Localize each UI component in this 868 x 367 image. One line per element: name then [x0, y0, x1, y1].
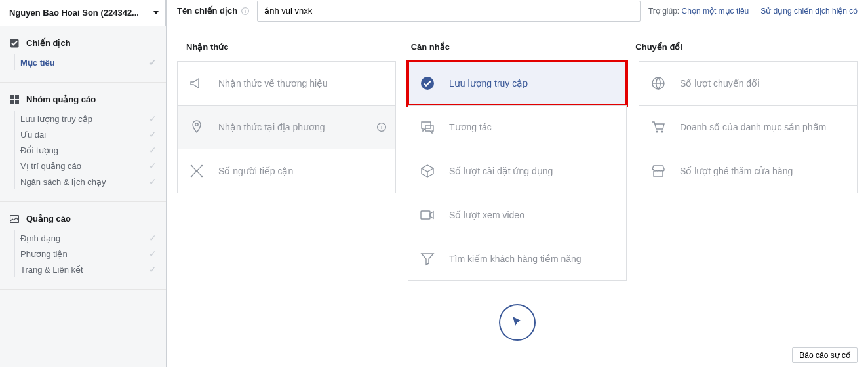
sidebar-item-label: Ưu đãi [20, 130, 46, 140]
check-icon: ✓ [149, 161, 157, 171]
campaign-name-input[interactable] [257, 1, 641, 22]
check-icon: ✓ [149, 248, 157, 259]
col-header-conversion: Chuyển đổi [635, 42, 848, 52]
topbar: Tên chiến dịch i Trợ giúp: Chọn một mục … [167, 0, 868, 22]
sidebar-item-page-links[interactable]: Trang & Liên kết ✓ [20, 261, 166, 277]
sidebar-item-label: Phương tiện [20, 249, 68, 259]
sidebar-item-traffic[interactable]: Lưu lượng truy cập ✓ [20, 111, 166, 126]
sidebar-item-label: Định dạng [20, 233, 60, 243]
nav-group-campaign: Chiến dịch Mục tiêu ✓ [0, 26, 166, 83]
chevron-down-icon [153, 11, 159, 14]
objective-card-video-views[interactable]: Số lượt xem video [408, 193, 627, 237]
chat-icon [418, 117, 437, 137]
nav-head-ad[interactable]: Quảng cáo [0, 214, 166, 230]
campaign-name-label-text: Tên chiến dịch [177, 6, 237, 16]
card-label: Số lượt cài đặt ứng dụng [449, 166, 553, 176]
card-label: Tìm kiếm khách hàng tiềm năng [449, 254, 582, 264]
cursor-click-icon [499, 304, 536, 341]
megaphone-icon [187, 73, 207, 93]
main-panel: Tên chiến dịch i Trợ giúp: Chọn một mục … [167, 0, 868, 367]
nav-group-adset: Nhóm quảng cáo Lưu lượng truy cập ✓ Ưu đ… [0, 83, 166, 202]
funnel-icon [418, 249, 437, 269]
card-label: Số lượt xem video [449, 210, 524, 220]
report-bug-button[interactable]: Báo cáo sự cố [792, 347, 858, 363]
card-label: Tương tác [449, 122, 492, 132]
svg-point-8 [195, 123, 198, 126]
nav-head-label: Nhóm quảng cáo [26, 94, 96, 104]
objective-card-store-visits[interactable]: Số lượt ghé thăm cửa hàng [639, 149, 858, 193]
check-icon: ✓ [149, 129, 157, 140]
sidebar-item-objective[interactable]: Mục tiêu ✓ [20, 54, 166, 70]
objective-card-reach[interactable]: Số người tiếp cận [177, 149, 396, 193]
check-icon: ✓ [149, 233, 157, 243]
check-circle-icon [418, 73, 437, 93]
objective-card-conversions[interactable]: Số lượt chuyển đổi [639, 61, 858, 106]
nav-head-adset[interactable]: Nhóm quảng cáo [0, 94, 166, 111]
nav-head-campaign[interactable]: Chiến dịch [0, 38, 166, 54]
card-label: Số lượt ghé thăm cửa hàng [680, 166, 793, 176]
objective-card-app-installs[interactable]: Số lượt cài đặt ứng dụng [408, 149, 627, 193]
box-icon [418, 161, 437, 181]
card-label: Số người tiếp cận [218, 166, 293, 176]
account-selector[interactable]: Nguyen Bao Hoai Son (224342... [0, 0, 166, 26]
objective-col-awareness: Nhận thức về thương hiệu Nhận thức tại đ… [177, 61, 396, 280]
sidebar-item-label: Trang & Liên kết [20, 265, 83, 275]
sidebar-item-media[interactable]: Phương tiện ✓ [20, 246, 166, 261]
card-label: Lưu lượng truy cập [449, 78, 528, 88]
nav-head-label: Chiến dịch [26, 38, 71, 48]
svg-text:i: i [245, 9, 246, 14]
col-header-consideration: Cân nhắc [411, 42, 624, 52]
objective-col-conversion: Số lượt chuyển đổi Doanh số của danh mục… [639, 61, 858, 280]
help-link[interactable]: Trợ giúp: Chọn một mục tiêu [648, 7, 749, 16]
store-icon [648, 161, 668, 181]
objective-card-engagement[interactable]: Tương tác [408, 105, 627, 149]
objective-card-lead-gen[interactable]: Tìm kiếm khách hàng tiềm năng [408, 237, 627, 281]
objective-grid: Nhận thức về thương hiệu Nhận thức tại đ… [177, 61, 858, 280]
card-label: Doanh số của danh mục sản phẩm [680, 122, 826, 132]
sidebar-item-budget[interactable]: Ngân sách & lịch chạy ✓ [20, 174, 166, 189]
checkbox-checked-icon [9, 39, 20, 48]
account-name: Nguyen Bao Hoai Son (224342... [9, 8, 139, 18]
svg-text:i: i [381, 124, 382, 130]
sidebar-item-label: Lưu lượng truy cập [20, 114, 92, 124]
check-icon: ✓ [149, 264, 157, 275]
check-icon: ✓ [149, 145, 157, 155]
check-icon: ✓ [149, 113, 157, 124]
check-icon: ✓ [149, 57, 157, 68]
globe-icon [648, 73, 668, 93]
svg-point-20 [661, 130, 663, 132]
sidebar-item-label: Đối tượng [20, 145, 58, 155]
col-header-awareness: Nhận thức [186, 42, 399, 52]
nav-group-ad: Quảng cáo Định dạng ✓ Phương tiện ✓ Tran… [0, 202, 166, 290]
sidebar-item-format[interactable]: Định dạng ✓ [20, 230, 166, 246]
svg-point-19 [656, 130, 658, 132]
cart-icon [648, 117, 668, 137]
help-prefix: Trợ giúp: [648, 7, 682, 16]
use-existing-link[interactable]: Sử dụng chiến dịch hiện có [760, 7, 858, 16]
nav-head-label: Quảng cáo [26, 214, 71, 223]
objective-card-traffic[interactable]: Lưu lượng truy cập [408, 61, 627, 106]
map-pin-icon [187, 117, 207, 137]
objective-card-local-awareness[interactable]: Nhận thức tại địa phương i [177, 105, 396, 149]
svg-rect-4 [15, 100, 19, 104]
info-icon: i [241, 7, 249, 15]
info-icon: i [377, 123, 386, 132]
sidebar-item-label: Vị trí quảng cáo [20, 161, 81, 171]
objective-col-consideration: Lưu lượng truy cập Tương tác Số lượt cài… [408, 61, 627, 280]
sidebar-item-label: Mục tiêu [20, 58, 55, 68]
sidebar-item-placements[interactable]: Vị trí quảng cáo ✓ [20, 158, 166, 174]
grid-icon [9, 95, 20, 104]
objective-column-headers: Nhận thức Cân nhắc Chuyển đổi [177, 22, 858, 61]
sidebar-item-offers[interactable]: Ưu đãi ✓ [20, 126, 166, 142]
objective-card-brand-awareness[interactable]: Nhận thức về thương hiệu [177, 61, 396, 106]
help-link-text: Chọn một mục tiêu [682, 7, 749, 16]
sidebar-item-label: Ngân sách & lịch chạy [20, 177, 106, 187]
objective-card-catalog-sales[interactable]: Doanh số của danh mục sản phẩm [639, 105, 858, 149]
top-links: Trợ giúp: Chọn một mục tiêu Sử dụng chiế… [648, 7, 858, 16]
card-label: Nhận thức về thương hiệu [218, 78, 328, 88]
card-label: Nhận thức tại địa phương [218, 122, 325, 132]
sidebar-item-audience[interactable]: Đối tượng ✓ [20, 142, 166, 158]
reach-icon [187, 161, 207, 181]
check-icon: ✓ [149, 176, 157, 187]
bottom-illustration [177, 304, 858, 367]
